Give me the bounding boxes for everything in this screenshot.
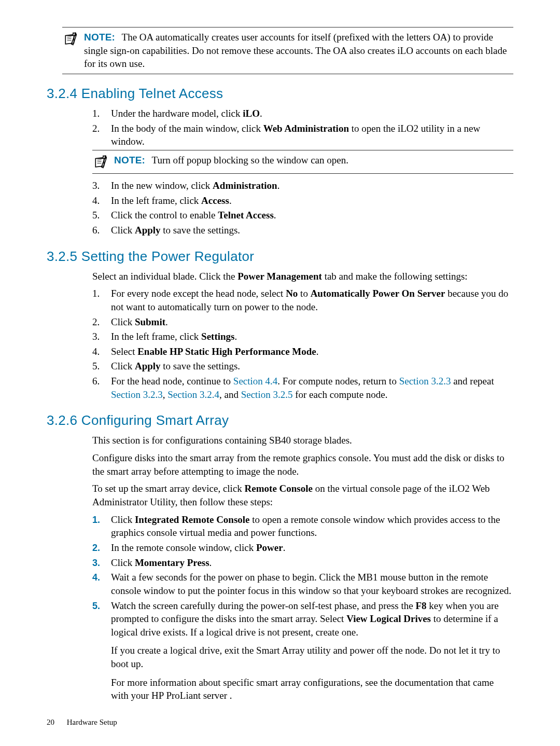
list-number: 5.: [92, 209, 111, 222]
svg-line-2: [67, 40, 72, 40]
svg-line-4: [97, 161, 102, 162]
list-number: 3.: [92, 179, 111, 192]
list-325: 1. For every node except the head node, …: [92, 287, 513, 401]
note-block: NOTE: Turn off popup blocking so the win…: [92, 150, 513, 174]
list-item: 5. Click the control to enable Telnet Ac…: [92, 209, 513, 222]
list-number: 2.: [92, 315, 111, 329]
note-icon: [62, 31, 79, 47]
footer-title: Hardware Setup: [67, 718, 117, 726]
list-item: 3. Click Momentary Press.: [92, 556, 513, 570]
list-item: 4. Wait a few seconds for the power on p…: [92, 571, 513, 597]
list-text: Click Apply to save the settings.: [111, 224, 513, 237]
list-text: Click Apply to save the settings.: [111, 360, 513, 373]
link-section-325[interactable]: Section 3.2.5: [241, 389, 293, 400]
list-item: 6. For the head node, continue to Sectio…: [92, 375, 513, 401]
list-number: 1.: [92, 107, 111, 120]
list-text: Under the hardware model, click iLO.: [111, 107, 513, 120]
list-item: 2. In the remote console window, click P…: [92, 541, 513, 555]
list-number: 3.: [92, 556, 111, 570]
note-text: Turn off popup blocking so the window ca…: [152, 155, 348, 165]
list-item: 1. Click Integrated Remote Console to op…: [92, 513, 513, 540]
note-text: The OA automatically creates user accoun…: [84, 32, 507, 69]
svg-line-3: [97, 160, 102, 160]
list-text: Click Submit.: [111, 315, 513, 329]
list-number: 1.: [92, 513, 111, 540]
list-324b: 3. In the new window, click Administrati…: [92, 179, 513, 237]
list-item: 3. In the new window, click Administrati…: [92, 179, 513, 192]
list-item: 4. Select Enable HP Static High Performa…: [92, 345, 513, 358]
svg-line-0: [67, 37, 72, 37]
list-text: Watch the screen carefully during the po…: [111, 599, 513, 707]
svg-line-1: [67, 38, 72, 39]
link-section-323[interactable]: Section 3.2.3: [399, 376, 451, 386]
list-item: 4. In the left frame, click Access.: [92, 194, 513, 208]
list-number: 5.: [92, 599, 111, 707]
list-number: 2.: [92, 541, 111, 555]
list-number: 5.: [92, 360, 111, 373]
note-label: NOTE:: [114, 155, 145, 165]
list-number: 6.: [92, 224, 111, 237]
svg-line-5: [97, 163, 102, 163]
list-item: 1. For every node except the head node, …: [92, 287, 513, 313]
list-number: 4.: [92, 345, 111, 358]
list-text: In the body of the main window, click We…: [111, 122, 513, 148]
link-section-323b[interactable]: Section 3.2.3: [111, 389, 163, 400]
note-icon: [92, 154, 109, 170]
list-326: 1. Click Integrated Remote Console to op…: [92, 513, 513, 707]
list-number: 4.: [92, 194, 111, 208]
list-item: 2. In the body of the main window, click…: [92, 122, 513, 148]
list-text: For every node except the head node, sel…: [111, 287, 513, 313]
heading-324: 3.2.4 Enabling Telnet Access: [47, 85, 513, 103]
sub-paragraph: If you create a logical drive, exit the …: [111, 644, 513, 670]
note-label: NOTE:: [84, 32, 115, 43]
note-body: NOTE: The OA automatically creates user …: [84, 31, 513, 71]
list-item: 3. In the left frame, click Settings.: [92, 330, 513, 343]
sub-paragraph: For more information about specific smar…: [111, 676, 513, 702]
link-section-44[interactable]: Section 4.4: [233, 376, 278, 386]
list-item: 2. Click Submit.: [92, 315, 513, 329]
paragraph: This section is for configurations conta…: [92, 434, 513, 447]
list-324: 1. Under the hardware model, click iLO. …: [92, 107, 513, 148]
list-text: In the left frame, click Access.: [111, 194, 513, 208]
list-number: 6.: [92, 375, 111, 401]
heading-326: 3.2.6 Configuring Smart Array: [47, 411, 513, 430]
list-item: 1. Under the hardware model, click iLO.: [92, 107, 513, 120]
paragraph: Select an individual blade. Click the Po…: [92, 270, 513, 283]
list-number: 3.: [92, 330, 111, 343]
list-text: Wait a few seconds for the power on phas…: [111, 571, 513, 597]
list-number: 2.: [92, 122, 111, 148]
list-item: 5. Watch the screen carefully during the…: [92, 599, 513, 707]
list-item: 5. Click Apply to save the settings.: [92, 360, 513, 373]
note-block: NOTE: The OA automatically creates user …: [62, 27, 513, 74]
paragraph: To set up the smart array device, click …: [92, 482, 513, 508]
list-text: In the remote console window, click Powe…: [111, 541, 513, 555]
page-footer: 20 Hardware Setup: [47, 717, 117, 727]
list-number: 1.: [92, 287, 111, 313]
list-text: Click the control to enable Telnet Acces…: [111, 209, 513, 222]
list-text: Select Enable HP Static High Performance…: [111, 345, 513, 358]
list-item: 6. Click Apply to save the settings.: [92, 224, 513, 237]
list-text: Click Momentary Press.: [111, 556, 513, 570]
page-number: 20: [47, 718, 54, 726]
note-body: NOTE: Turn off popup blocking so the win…: [114, 154, 513, 167]
link-section-324[interactable]: Section 3.2.4: [167, 389, 219, 400]
list-text: In the new window, click Administration.: [111, 179, 513, 192]
list-text: Click Integrated Remote Console to open …: [111, 513, 513, 540]
list-number: 4.: [92, 571, 111, 597]
list-text: For the head node, continue to Section 4…: [111, 375, 513, 401]
heading-325: 3.2.5 Setting the Power Regulator: [47, 247, 513, 266]
list-text: In the left frame, click Settings.: [111, 330, 513, 343]
paragraph: Configure disks into the smart array fro…: [92, 451, 513, 478]
